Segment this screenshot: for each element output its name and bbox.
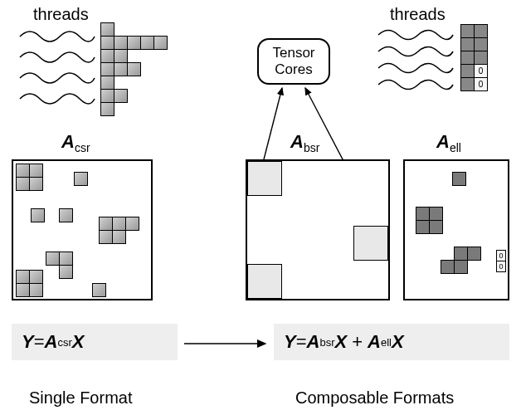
threads-wiggles-left xyxy=(18,28,97,111)
threads-wiggles-right xyxy=(377,28,455,91)
label-a-bsr: Absr xyxy=(290,131,319,154)
label-a-ell: Aell xyxy=(436,131,461,154)
tensor-line1: Tensor xyxy=(272,45,314,61)
tensor-cores-node: Tensor Cores xyxy=(257,38,330,85)
equation-left: Y = Acsr X xyxy=(12,324,178,360)
svg-line-0 xyxy=(264,88,282,159)
matrix-ell: 0 0 xyxy=(403,159,509,300)
threads-label-left: threads xyxy=(33,5,89,24)
caption-composable-formats: Composable Formats xyxy=(295,388,454,408)
ell-row-vectors: 0 0 xyxy=(461,25,488,91)
equation-right: Y = Absr X + Aell X xyxy=(274,324,509,360)
csr-row-vectors xyxy=(101,23,168,116)
equation-arrow xyxy=(183,335,270,352)
matrix-csr xyxy=(12,159,153,300)
tensor-arrows xyxy=(246,83,395,161)
caption-single-format: Single Format xyxy=(29,388,133,408)
threads-label-right: threads xyxy=(390,5,446,24)
label-a-csr: Acsr xyxy=(61,131,90,154)
matrix-bsr xyxy=(246,159,390,300)
tensor-line2: Cores xyxy=(275,61,312,78)
